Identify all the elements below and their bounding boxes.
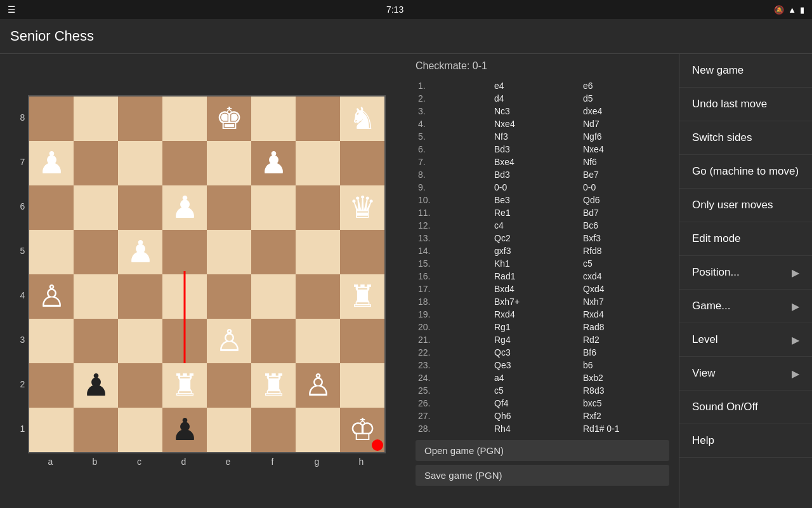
- menu-item-only-user-moves[interactable]: Only user moves: [679, 189, 812, 222]
- move-black[interactable]: Rfd8: [580, 244, 669, 257]
- cell-b1[interactable]: [74, 408, 118, 452]
- cell-b4[interactable]: [74, 274, 118, 319]
- cell-b8[interactable]: [74, 97, 118, 141]
- cell-a8[interactable]: [29, 97, 74, 141]
- move-white[interactable]: Kh1: [492, 257, 580, 270]
- move-black[interactable]: bxc5: [580, 397, 669, 410]
- cell-h5[interactable]: [340, 230, 384, 274]
- cell-d1[interactable]: ♟: [162, 408, 207, 452]
- move-black[interactable]: R8d3: [580, 384, 669, 397]
- cell-e6[interactable]: [207, 185, 251, 230]
- move-black[interactable]: Rd2: [580, 333, 669, 346]
- cell-a5[interactable]: [29, 230, 74, 274]
- move-white[interactable]: Bd3: [492, 168, 580, 181]
- cell-g4[interactable]: [296, 274, 340, 319]
- cell-g8[interactable]: [296, 97, 340, 141]
- cell-f3[interactable]: [251, 319, 296, 363]
- cell-g6[interactable]: [296, 185, 340, 230]
- move-white[interactable]: Qh6: [492, 410, 580, 422]
- move-white[interactable]: Qc2: [492, 232, 580, 244]
- move-black[interactable]: Be7: [580, 168, 669, 181]
- cell-c4[interactable]: [118, 274, 162, 319]
- cell-h6[interactable]: ♛: [340, 185, 384, 230]
- cell-c1[interactable]: [118, 408, 162, 452]
- cell-g5[interactable]: [296, 230, 340, 274]
- menu-item-edit-mode[interactable]: Edit mode: [679, 222, 812, 256]
- cell-b6[interactable]: [74, 185, 118, 230]
- menu-item-help[interactable]: Help: [679, 424, 812, 458]
- open-pgn-button[interactable]: Open game (PGN): [416, 440, 669, 461]
- move-white[interactable]: c4: [492, 219, 580, 232]
- cell-a2[interactable]: [29, 363, 74, 408]
- cell-e8[interactable]: ♚: [207, 97, 251, 141]
- save-pgn-button[interactable]: Save game (PGN): [416, 465, 669, 486]
- menu-item-game-[interactable]: Game...▶: [679, 290, 812, 323]
- cell-g7[interactable]: [296, 141, 340, 185]
- move-white[interactable]: Qc3: [492, 346, 580, 359]
- cell-a3[interactable]: [29, 319, 74, 363]
- move-black[interactable]: dxe4: [580, 105, 669, 117]
- move-white[interactable]: Re1: [492, 206, 580, 219]
- cell-f5[interactable]: [251, 230, 296, 274]
- cell-f2[interactable]: ♜: [251, 363, 296, 408]
- cell-c6[interactable]: [118, 185, 162, 230]
- move-black[interactable]: Bxf3: [580, 232, 669, 244]
- cell-a7[interactable]: ♟: [29, 141, 74, 185]
- move-black[interactable]: Nxh7: [580, 295, 669, 308]
- move-black[interactable]: Qd6: [580, 194, 669, 206]
- menu-item-new-game[interactable]: New game: [679, 54, 812, 88]
- cell-b5[interactable]: [74, 230, 118, 274]
- cell-h7[interactable]: [340, 141, 384, 185]
- cell-c7[interactable]: [118, 141, 162, 185]
- move-black[interactable]: Rxf2: [580, 410, 669, 422]
- move-white[interactable]: Bxd4: [492, 283, 580, 295]
- move-white[interactable]: Qf4: [492, 397, 580, 410]
- cell-h3[interactable]: [340, 319, 384, 363]
- move-white[interactable]: Rg4: [492, 333, 580, 346]
- cell-b2[interactable]: ♟: [74, 363, 118, 408]
- move-white[interactable]: Rg1: [492, 321, 580, 333]
- cell-g3[interactable]: [296, 319, 340, 363]
- move-black[interactable]: Ngf6: [580, 130, 669, 143]
- move-white[interactable]: a4: [492, 371, 580, 384]
- cell-d6[interactable]: ♟: [162, 185, 207, 230]
- move-black[interactable]: Bc6: [580, 219, 669, 232]
- move-white[interactable]: Rh4: [492, 422, 580, 435]
- cell-b3[interactable]: [74, 319, 118, 363]
- cell-e5[interactable]: [207, 230, 251, 274]
- move-black[interactable]: Rd1# 0-1: [580, 422, 669, 435]
- move-white[interactable]: gxf3: [492, 244, 580, 257]
- move-white[interactable]: Nf3: [492, 130, 580, 143]
- move-black[interactable]: 0-0: [580, 181, 669, 194]
- cell-h4[interactable]: ♜: [340, 274, 384, 319]
- move-black[interactable]: Nxe4: [580, 143, 669, 156]
- cell-h8[interactable]: ♞: [340, 97, 384, 141]
- cell-a6[interactable]: [29, 185, 74, 230]
- move-black[interactable]: Nd7: [580, 117, 669, 130]
- cell-h2[interactable]: [340, 363, 384, 408]
- move-white[interactable]: Rad1: [492, 270, 580, 283]
- cell-c5[interactable]: ♟: [118, 230, 162, 274]
- move-white[interactable]: c5: [492, 384, 580, 397]
- move-black[interactable]: d5: [580, 92, 669, 105]
- cell-f4[interactable]: [251, 274, 296, 319]
- menu-item-switch-sides[interactable]: Switch sides: [679, 121, 812, 155]
- cell-d7[interactable]: [162, 141, 207, 185]
- move-white[interactable]: Bxh7+: [492, 295, 580, 308]
- cell-c2[interactable]: [118, 363, 162, 408]
- cell-a1[interactable]: [29, 408, 74, 452]
- chess-board[interactable]: ♚ ♞ ♟ ♟ ♟: [28, 95, 386, 453]
- cell-g2[interactable]: ♙: [296, 363, 340, 408]
- cell-e1[interactable]: [207, 408, 251, 452]
- cell-d2[interactable]: ♜: [162, 363, 207, 408]
- menu-item-undo-last-move[interactable]: Undo last move: [679, 88, 812, 121]
- move-black[interactable]: Bxb2: [580, 371, 669, 384]
- move-white[interactable]: Bd3: [492, 143, 580, 156]
- cell-d5[interactable]: [162, 230, 207, 274]
- cell-d4[interactable]: [162, 274, 207, 319]
- menu-item-sound-on-off[interactable]: Sound On/Off: [679, 391, 812, 424]
- move-white[interactable]: Bxe4: [492, 156, 580, 168]
- move-black[interactable]: cxd4: [580, 270, 669, 283]
- cell-f6[interactable]: [251, 185, 296, 230]
- menu-item-go-machine-to-move-[interactable]: Go (machine to move): [679, 155, 812, 189]
